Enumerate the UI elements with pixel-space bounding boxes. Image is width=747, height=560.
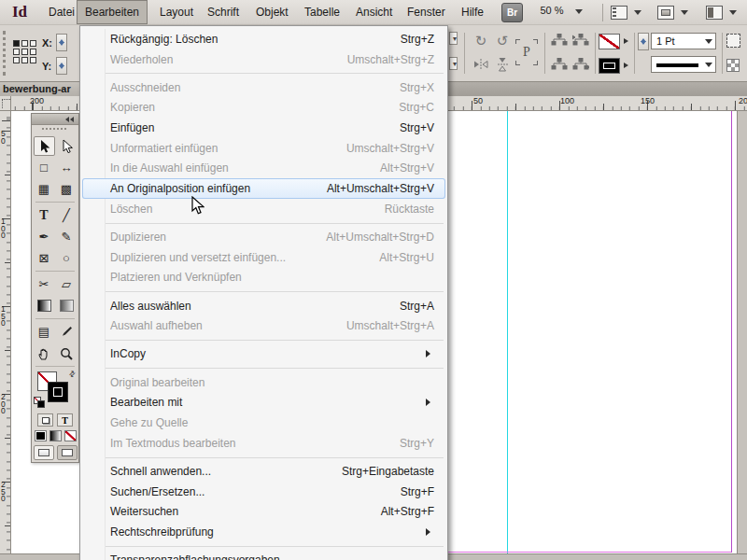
- arrange-documents-dropdown[interactable]: [706, 4, 737, 21]
- fill-color-swatch[interactable]: [599, 58, 620, 74]
- view-options-dropdown[interactable]: [611, 4, 641, 21]
- reference-point-proxy[interactable]: [13, 40, 36, 63]
- pencil-tool[interactable]: ✎: [56, 227, 78, 246]
- menu-bearbeiten[interactable]: Bearbeiten: [77, 0, 148, 24]
- menu-item[interactable]: Suchen/Ersetzen...Strg+F: [80, 482, 447, 502]
- menu-item[interactable]: Alles auswählenStrg+A: [80, 296, 447, 316]
- fill-flyout-arrow[interactable]: [624, 63, 631, 68]
- apply-gradient-button[interactable]: [49, 430, 62, 441]
- panel-separator: [544, 33, 545, 74]
- panel-grip[interactable]: [3, 31, 6, 76]
- scissors-tool[interactable]: ✂: [34, 274, 55, 294]
- menu-item-label: In die Auswahl einfügen: [110, 161, 229, 175]
- type-tool[interactable]: T: [34, 205, 55, 225]
- line-tool[interactable]: ╱: [56, 205, 78, 225]
- menu-item[interactable]: Rechtschreibprüfung: [80, 522, 447, 542]
- menu-objekt[interactable]: Objekt: [247, 0, 297, 24]
- selection-tool[interactable]: [34, 136, 55, 156]
- default-fill-stroke-icon[interactable]: [34, 397, 43, 406]
- stroke-flyout-arrow[interactable]: [624, 38, 631, 44]
- menu-item[interactable]: Transparenzabflachungsvorgaben: [80, 550, 447, 560]
- menu-item[interactable]: InCopy: [80, 344, 447, 365]
- menu-tabelle[interactable]: Tabelle: [296, 0, 348, 24]
- ruler-label: 100: [560, 96, 574, 105]
- stroke-style-combo[interactable]: [651, 56, 716, 73]
- clipped-field[interactable]: ▾: [449, 32, 458, 45]
- menu-item-shortcut: Umschalt+Strg+V: [328, 142, 434, 155]
- stroke-swatch[interactable]: [48, 382, 68, 402]
- stroke-weight-combo[interactable]: 1 Pt: [651, 33, 716, 49]
- ellipse-tool[interactable]: ○: [56, 248, 78, 268]
- tools-panel-grip[interactable]: [32, 128, 78, 135]
- normal-mode-button[interactable]: [34, 445, 54, 460]
- chevron-down-icon: [681, 10, 688, 19]
- content-placer-tool[interactable]: ▩: [56, 179, 78, 199]
- menu-item[interactable]: Bearbeiten mit: [80, 393, 447, 413]
- menu-fenster[interactable]: Fenster: [399, 0, 454, 24]
- free-transform-tool[interactable]: ▱: [56, 274, 78, 294]
- tools-row: T╱: [32, 204, 78, 226]
- rotate-ccw-icon[interactable]: ↺: [494, 34, 511, 49]
- menu-layout[interactable]: Layout: [151, 0, 202, 24]
- menu-item[interactable]: Schnell anwenden...Strg+Eingabetaste: [80, 461, 447, 482]
- flip-vertical-icon[interactable]: [494, 58, 511, 73]
- menu-item[interactable]: EinfügenStrg+V: [80, 118, 447, 138]
- menu-separator: [80, 336, 447, 344]
- menu-item[interactable]: An Originalposition einfügenAlt+Umschalt…: [82, 178, 445, 199]
- submenu-arrow-icon: [426, 528, 434, 536]
- menu-item[interactable]: WeitersuchenAlt+Strg+F: [80, 501, 447, 522]
- menu-schrift[interactable]: Schrift: [199, 0, 247, 24]
- formatting-affects-container-button[interactable]: [37, 413, 53, 427]
- menu-item-label: Im Textmodus bearbeiten: [110, 437, 236, 450]
- select-container-icon[interactable]: P: [515, 39, 538, 65]
- x-position-stepper[interactable]: [56, 34, 67, 51]
- gradient-feather-tool[interactable]: [56, 296, 78, 315]
- menu-item[interactable]: Rückgängig: LöschenStrg+Z: [80, 29, 447, 49]
- select-next-object-icon[interactable]: [572, 34, 589, 49]
- eyedropper-tool[interactable]: [56, 322, 78, 342]
- guide-magenta-bottom[interactable]: [448, 552, 731, 553]
- apply-color-button[interactable]: [35, 430, 47, 441]
- bounding-box-icon[interactable]: [726, 34, 740, 48]
- select-parent-icon[interactable]: [551, 58, 568, 73]
- direct-selection-tool[interactable]: [56, 136, 78, 156]
- content-collector-tool[interactable]: ▦: [34, 179, 55, 199]
- menu-item-shortcut: Umschalt+Strg+A: [328, 319, 434, 332]
- select-previous-object-icon[interactable]: [551, 34, 568, 49]
- gap-tool[interactable]: ↔: [56, 158, 78, 177]
- tools-panel-header[interactable]: [32, 114, 78, 125]
- menu-item-label: Wiederholen: [110, 53, 173, 66]
- flip-horizontal-icon[interactable]: [472, 58, 489, 73]
- formatting-affects-text-button[interactable]: T: [57, 413, 73, 427]
- pen-tool[interactable]: ✒: [34, 227, 55, 246]
- gap-tool-icon: ↔: [61, 161, 73, 175]
- menu-hilfe[interactable]: Hilfe: [453, 0, 492, 24]
- swap-fill-stroke-icon[interactable]: ⇄: [67, 369, 78, 379]
- menu-ansicht[interactable]: Ansicht: [347, 0, 401, 24]
- bridge-button[interactable]: Br: [501, 3, 523, 22]
- page-tool[interactable]: □: [34, 158, 55, 177]
- guide-cyan[interactable]: [507, 111, 508, 553]
- frame-tool[interactable]: ⊠: [34, 248, 55, 268]
- transparency-icon[interactable]: [726, 59, 740, 72]
- gradient-feather-icon: [60, 300, 74, 312]
- gradient-swatch-tool[interactable]: [34, 296, 55, 315]
- menu-item-label: Ausschneiden: [110, 81, 180, 94]
- zoom-tool[interactable]: [56, 343, 78, 363]
- hand-tool[interactable]: [34, 343, 55, 363]
- select-child-icon[interactable]: [572, 58, 589, 73]
- guide-magenta-right[interactable]: [731, 111, 732, 553]
- rotate-cw-icon[interactable]: ↻: [472, 34, 489, 49]
- y-position-stepper[interactable]: [56, 57, 67, 75]
- clipped-field[interactable]: ▾: [449, 57, 458, 70]
- vertical-ruler[interactable]: 5 01 0 01 5 02 0 02 5 0: [0, 111, 11, 560]
- stroke-weight-stepper[interactable]: [638, 33, 649, 50]
- vertical-scrollbar[interactable]: [737, 111, 747, 553]
- apply-none-button[interactable]: [64, 430, 77, 441]
- preview-mode-button[interactable]: [57, 445, 78, 460]
- ruler-origin[interactable]: [0, 96, 11, 111]
- screen-mode-dropdown[interactable]: [657, 4, 688, 21]
- note-tool[interactable]: ▤: [34, 322, 55, 342]
- stroke-color-swatch[interactable]: [599, 34, 620, 49]
- zoom-level-dropdown[interactable]: 50 %: [532, 5, 590, 21]
